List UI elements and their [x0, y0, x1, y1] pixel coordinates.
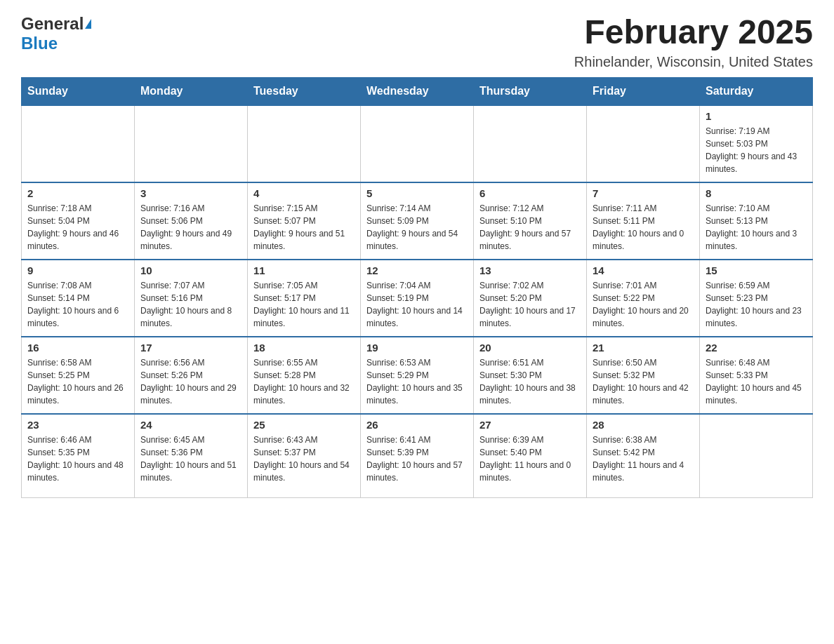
day-number: 15 [706, 264, 807, 276]
day-number: 4 [253, 187, 355, 199]
calendar-cell: 23Sunrise: 6:46 AM Sunset: 5:35 PM Dayli… [22, 414, 135, 498]
day-info: Sunrise: 6:50 AM Sunset: 5:32 PM Dayligh… [593, 356, 694, 407]
day-info: Sunrise: 6:53 AM Sunset: 5:29 PM Dayligh… [366, 356, 468, 407]
day-info: Sunrise: 7:15 AM Sunset: 5:07 PM Dayligh… [253, 202, 355, 253]
calendar-cell: 25Sunrise: 6:43 AM Sunset: 5:37 PM Dayli… [248, 414, 361, 498]
day-number: 6 [479, 187, 581, 199]
calendar-subtitle: Rhinelander, Wisconsin, United States [574, 54, 813, 70]
calendar-cell [700, 414, 813, 498]
calendar-cell: 22Sunrise: 6:48 AM Sunset: 5:33 PM Dayli… [700, 337, 813, 414]
day-info: Sunrise: 6:45 AM Sunset: 5:36 PM Dayligh… [140, 434, 241, 484]
col-header-friday: Friday [587, 77, 700, 105]
day-number: 5 [366, 187, 468, 199]
calendar-cell: 2Sunrise: 7:18 AM Sunset: 5:04 PM Daylig… [22, 182, 135, 260]
col-header-wednesday: Wednesday [361, 77, 474, 105]
day-info: Sunrise: 7:19 AM Sunset: 5:03 PM Dayligh… [706, 125, 807, 175]
day-info: Sunrise: 7:02 AM Sunset: 5:20 PM Dayligh… [479, 279, 581, 330]
calendar-cell: 18Sunrise: 6:55 AM Sunset: 5:28 PM Dayli… [248, 337, 361, 414]
day-info: Sunrise: 6:38 AM Sunset: 5:42 PM Dayligh… [593, 434, 694, 484]
day-number: 10 [140, 264, 241, 276]
week-row-3: 9Sunrise: 7:08 AM Sunset: 5:14 PM Daylig… [22, 260, 813, 337]
day-number: 25 [253, 419, 355, 431]
day-info: Sunrise: 6:41 AM Sunset: 5:39 PM Dayligh… [366, 434, 468, 484]
calendar-cell: 8Sunrise: 7:10 AM Sunset: 5:13 PM Daylig… [700, 182, 813, 260]
day-info: Sunrise: 6:51 AM Sunset: 5:30 PM Dayligh… [479, 356, 581, 407]
week-row-4: 16Sunrise: 6:58 AM Sunset: 5:25 PM Dayli… [22, 337, 813, 414]
day-info: Sunrise: 7:18 AM Sunset: 5:04 PM Dayligh… [27, 202, 128, 253]
col-header-saturday: Saturday [700, 77, 813, 105]
week-row-1: 1Sunrise: 7:19 AM Sunset: 5:03 PM Daylig… [22, 105, 813, 182]
day-info: Sunrise: 7:07 AM Sunset: 5:16 PM Dayligh… [140, 279, 241, 330]
day-number: 14 [593, 264, 694, 276]
day-number: 22 [706, 342, 807, 354]
calendar-cell: 17Sunrise: 6:56 AM Sunset: 5:26 PM Dayli… [135, 337, 248, 414]
day-info: Sunrise: 7:12 AM Sunset: 5:10 PM Dayligh… [479, 202, 581, 253]
day-info: Sunrise: 7:01 AM Sunset: 5:22 PM Dayligh… [593, 279, 694, 330]
day-number: 16 [27, 342, 128, 354]
calendar-cell: 5Sunrise: 7:14 AM Sunset: 5:09 PM Daylig… [361, 182, 474, 260]
calendar-cell: 11Sunrise: 7:05 AM Sunset: 5:17 PM Dayli… [248, 260, 361, 337]
day-number: 21 [593, 342, 694, 354]
logo-triangle-icon [85, 19, 91, 29]
calendar-cell: 14Sunrise: 7:01 AM Sunset: 5:22 PM Dayli… [587, 260, 700, 337]
calendar-cell: 3Sunrise: 7:16 AM Sunset: 5:06 PM Daylig… [135, 182, 248, 260]
day-info: Sunrise: 6:46 AM Sunset: 5:35 PM Dayligh… [27, 434, 128, 484]
calendar-cell: 24Sunrise: 6:45 AM Sunset: 5:36 PM Dayli… [135, 414, 248, 498]
day-number: 26 [366, 419, 468, 431]
day-number: 28 [593, 419, 694, 431]
logo-general: General [21, 14, 84, 34]
day-number: 1 [706, 110, 807, 122]
day-info: Sunrise: 6:43 AM Sunset: 5:37 PM Dayligh… [253, 434, 355, 484]
day-number: 13 [479, 264, 581, 276]
day-number: 23 [27, 419, 128, 431]
day-number: 3 [140, 187, 241, 199]
day-info: Sunrise: 7:08 AM Sunset: 5:14 PM Dayligh… [27, 279, 128, 330]
day-info: Sunrise: 6:55 AM Sunset: 5:28 PM Dayligh… [253, 356, 355, 407]
calendar-title: February 2025 [574, 14, 813, 51]
calendar-cell: 20Sunrise: 6:51 AM Sunset: 5:30 PM Dayli… [474, 337, 587, 414]
calendar-cell [474, 105, 587, 182]
calendar-cell: 1Sunrise: 7:19 AM Sunset: 5:03 PM Daylig… [700, 105, 813, 182]
logo: General Blue [21, 14, 92, 53]
calendar-cell [22, 105, 135, 182]
logo-blue: Blue [21, 34, 58, 53]
week-row-5: 23Sunrise: 6:46 AM Sunset: 5:35 PM Dayli… [22, 414, 813, 498]
calendar-cell: 12Sunrise: 7:04 AM Sunset: 5:19 PM Dayli… [361, 260, 474, 337]
week-row-2: 2Sunrise: 7:18 AM Sunset: 5:04 PM Daylig… [22, 182, 813, 260]
calendar-cell: 26Sunrise: 6:41 AM Sunset: 5:39 PM Dayli… [361, 414, 474, 498]
calendar-cell: 15Sunrise: 6:59 AM Sunset: 5:23 PM Dayli… [700, 260, 813, 337]
calendar-cell [361, 105, 474, 182]
day-info: Sunrise: 6:48 AM Sunset: 5:33 PM Dayligh… [706, 356, 807, 407]
title-block: February 2025 Rhinelander, Wisconsin, Un… [574, 14, 813, 70]
day-number: 8 [706, 187, 807, 199]
day-number: 17 [140, 342, 241, 354]
calendar-cell: 13Sunrise: 7:02 AM Sunset: 5:20 PM Dayli… [474, 260, 587, 337]
day-number: 11 [253, 264, 355, 276]
calendar-cell: 16Sunrise: 6:58 AM Sunset: 5:25 PM Dayli… [22, 337, 135, 414]
calendar-cell: 10Sunrise: 7:07 AM Sunset: 5:16 PM Dayli… [135, 260, 248, 337]
calendar-cell: 28Sunrise: 6:38 AM Sunset: 5:42 PM Dayli… [587, 414, 700, 498]
col-header-thursday: Thursday [474, 77, 587, 105]
day-info: Sunrise: 6:39 AM Sunset: 5:40 PM Dayligh… [479, 434, 581, 484]
calendar-cell: 19Sunrise: 6:53 AM Sunset: 5:29 PM Dayli… [361, 337, 474, 414]
calendar-cell: 4Sunrise: 7:15 AM Sunset: 5:07 PM Daylig… [248, 182, 361, 260]
day-info: Sunrise: 7:11 AM Sunset: 5:11 PM Dayligh… [593, 202, 694, 253]
calendar-header-row: SundayMondayTuesdayWednesdayThursdayFrid… [22, 77, 813, 105]
day-info: Sunrise: 7:04 AM Sunset: 5:19 PM Dayligh… [366, 279, 468, 330]
day-number: 9 [27, 264, 128, 276]
calendar-table: SundayMondayTuesdayWednesdayThursdayFrid… [21, 77, 813, 499]
calendar-cell [135, 105, 248, 182]
calendar-cell: 27Sunrise: 6:39 AM Sunset: 5:40 PM Dayli… [474, 414, 587, 498]
day-info: Sunrise: 7:05 AM Sunset: 5:17 PM Dayligh… [253, 279, 355, 330]
calendar-cell: 9Sunrise: 7:08 AM Sunset: 5:14 PM Daylig… [22, 260, 135, 337]
day-info: Sunrise: 7:10 AM Sunset: 5:13 PM Dayligh… [706, 202, 807, 253]
col-header-monday: Monday [135, 77, 248, 105]
day-number: 18 [253, 342, 355, 354]
page-header: General Blue February 2025 Rhinelander, … [21, 14, 813, 70]
day-info: Sunrise: 6:59 AM Sunset: 5:23 PM Dayligh… [706, 279, 807, 330]
day-number: 2 [27, 187, 128, 199]
calendar-cell: 21Sunrise: 6:50 AM Sunset: 5:32 PM Dayli… [587, 337, 700, 414]
day-number: 12 [366, 264, 468, 276]
day-number: 20 [479, 342, 581, 354]
col-header-tuesday: Tuesday [248, 77, 361, 105]
